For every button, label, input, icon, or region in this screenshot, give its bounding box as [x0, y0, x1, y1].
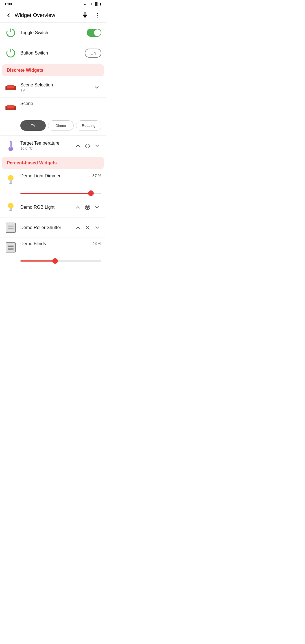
svg-rect-0	[84, 12, 86, 15]
percent-based-title: Percent-based Widgets	[7, 160, 57, 165]
toggle-switch-icon	[5, 27, 17, 39]
light-dimmer-slider-track[interactable]	[20, 193, 101, 194]
light-dimmer-icon	[5, 173, 17, 186]
toolbar-actions	[80, 10, 103, 20]
status-bar: 1:00 ▲ LTE ▐▌ ▮	[0, 0, 106, 8]
shutter-stop-button[interactable]	[83, 223, 92, 232]
content: Toggle Switch Button Switch On Discrete …	[0, 23, 106, 265]
more-options-button[interactable]	[92, 10, 103, 20]
button-switch-label: Button Switch	[20, 51, 82, 56]
shutter-down-button[interactable]	[93, 223, 101, 232]
scene-row: Scene	[0, 98, 106, 118]
svg-rect-22	[10, 180, 12, 183]
button-switch-info: Button Switch	[20, 51, 82, 56]
roller-shutter-icon	[5, 221, 17, 234]
rgb-light-icon	[5, 201, 17, 214]
shutter-up-button[interactable]	[74, 223, 82, 232]
svg-point-3	[97, 13, 98, 14]
status-time: 1:00	[5, 2, 12, 6]
button-switch-button[interactable]: On	[85, 49, 101, 58]
percent-based-section-header: Percent-based Widgets	[2, 157, 104, 169]
svg-rect-25	[10, 208, 12, 211]
svg-rect-23	[9, 183, 12, 184]
toolbar: Widget Overview	[0, 8, 106, 23]
roller-shutter-info: Demo Roller Shutter	[20, 225, 71, 230]
toggle-switch-button[interactable]	[87, 29, 101, 37]
light-dimmer-slider-row[interactable]	[0, 190, 106, 197]
scene-icon	[5, 101, 17, 114]
target-temperature-row: Target Temperature 16.0 °C	[0, 136, 106, 156]
rgb-light-info: Demo RGB Light	[20, 205, 71, 210]
scene-selection-icon	[5, 81, 17, 94]
demo-blinds-row: Demo Blinds 43 %	[0, 238, 106, 258]
temp-up-button[interactable]	[74, 142, 82, 150]
scene-selection-dropdown[interactable]	[92, 83, 101, 92]
toggle-switch-control[interactable]	[87, 29, 101, 37]
svg-rect-26	[9, 210, 12, 211]
blinds-percent: 43 %	[92, 241, 101, 246]
light-dimmer-percent-value: 87 %	[92, 173, 101, 178]
signal-icon: ▐▌	[94, 2, 99, 6]
target-temperature-value: 16.0 °C	[20, 146, 71, 151]
scene-info: Scene	[20, 101, 101, 106]
scene-selection-label: Scene Selection	[20, 82, 90, 88]
scene-tv-button[interactable]: TV	[20, 120, 46, 131]
toggle-switch-info: Toggle Switch	[20, 30, 84, 35]
button-switch-control[interactable]: On	[85, 49, 101, 58]
back-button[interactable]	[3, 10, 14, 20]
blinds-info: Demo Blinds	[20, 241, 90, 246]
svg-point-24	[8, 203, 14, 208]
svg-point-29	[88, 206, 89, 207]
blinds-slider-thumb[interactable]	[52, 258, 58, 264]
microphone-button[interactable]	[80, 10, 90, 20]
toggle-switch-row: Toggle Switch	[0, 23, 106, 43]
rgb-light-controls	[74, 203, 101, 212]
temp-down-button[interactable]	[93, 142, 101, 150]
discrete-widgets-section-header: Discrete Widgets	[2, 64, 104, 76]
demo-rgb-light-row: Demo RGB Light	[0, 197, 106, 217]
svg-rect-20	[10, 142, 11, 148]
scene-reading-button[interactable]: Reading	[76, 120, 101, 131]
scene-buttons-row: TV Dinner Reading	[0, 118, 106, 136]
blinds-icon	[5, 241, 17, 254]
light-dimmer-label: Demo Light Dimmer	[20, 173, 90, 179]
roller-shutter-label: Demo Roller Shutter	[20, 225, 71, 230]
svg-point-28	[86, 206, 87, 207]
svg-point-21	[8, 175, 14, 181]
svg-point-30	[87, 207, 88, 208]
svg-point-4	[97, 15, 98, 16]
blinds-percent-value: 43 %	[92, 241, 101, 246]
rgb-up-button[interactable]	[74, 203, 82, 212]
rgb-light-label: Demo RGB Light	[20, 205, 71, 210]
status-icons: ▲ LTE ▐▌ ▮	[83, 2, 101, 6]
scene-dinner-button[interactable]: Dinner	[48, 120, 73, 131]
blinds-label: Demo Blinds	[20, 241, 90, 246]
page-title: Widget Overview	[15, 12, 80, 18]
discrete-widgets-title: Discrete Widgets	[7, 68, 43, 73]
light-dimmer-slider-thumb[interactable]	[88, 190, 94, 196]
temperature-controls	[74, 142, 101, 150]
scene-selection-row: Scene Selection TV	[0, 77, 106, 98]
demo-roller-shutter-row: Demo Roller Shutter	[0, 217, 106, 238]
blinds-slider-track[interactable]	[20, 260, 101, 262]
svg-rect-17	[7, 105, 15, 108]
rgb-color-button[interactable]	[83, 203, 92, 212]
lte-icon: LTE	[88, 2, 93, 6]
target-temperature-info: Target Temperature 16.0 °C	[20, 141, 71, 151]
light-dimmer-info: Demo Light Dimmer	[20, 173, 90, 179]
toggle-switch-label: Toggle Switch	[20, 30, 84, 35]
light-dimmer-percent: 87 %	[92, 173, 101, 178]
scene-selection-info: Scene Selection TV	[20, 82, 90, 92]
blinds-slider-row[interactable]	[0, 258, 106, 265]
scene-selection-sublabel: TV	[20, 88, 90, 92]
light-dimmer-slider-fill	[20, 193, 91, 194]
blinds-slider-fill	[20, 260, 55, 262]
button-switch-icon	[5, 47, 17, 59]
roller-shutter-controls	[74, 223, 101, 232]
svg-rect-13	[7, 85, 15, 88]
temp-code-button[interactable]	[83, 142, 92, 150]
thermometer-icon	[5, 140, 17, 152]
svg-point-5	[97, 17, 98, 18]
rgb-down-button[interactable]	[93, 203, 101, 212]
wifi-icon: ▲	[83, 2, 86, 6]
